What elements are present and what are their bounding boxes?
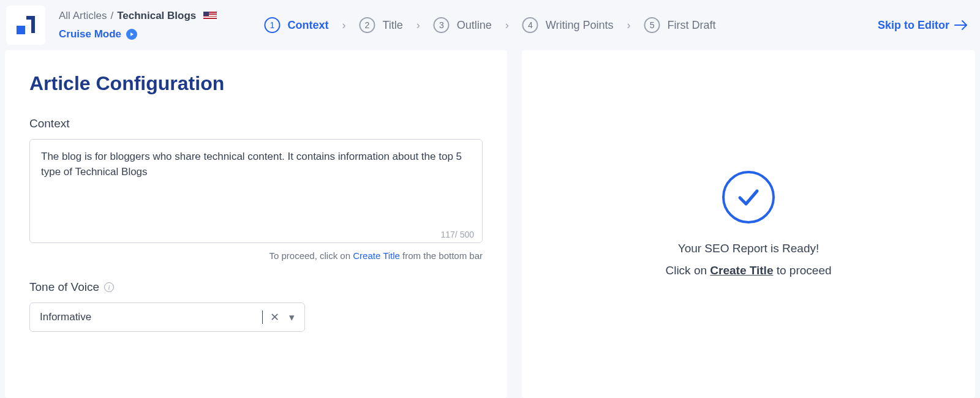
chevron-down-icon[interactable]: ▾ — [287, 311, 297, 324]
page-title: Article Configuration — [29, 72, 483, 95]
breadcrumb: All Articles / Technical Blogs — [59, 10, 217, 22]
stepper: 1 Context › 2 Title › 3 Outline › 4 Writ… — [264, 17, 715, 33]
create-title-link[interactable]: Create Title — [710, 264, 773, 277]
field-label-text: Tone of Voice — [29, 280, 99, 294]
article-config-panel: Article Configuration Context 117/ 500 T… — [5, 50, 507, 398]
cruise-mode-label: Cruise Mode — [59, 28, 121, 40]
seo-proceed-prefix: Click on — [665, 264, 710, 277]
seo-proceed-suffix: to proceed — [773, 264, 831, 277]
hint-link: Create Title — [353, 250, 400, 261]
tone-label: Tone of Voice i — [29, 280, 483, 294]
arrow-right-icon — [954, 20, 968, 31]
info-icon[interactable]: i — [104, 282, 114, 292]
skip-editor-label: Skip to Editor — [878, 19, 949, 32]
clear-icon[interactable]: ✕ — [268, 310, 282, 324]
context-label: Context — [29, 117, 483, 130]
tone-value: Informative — [40, 310, 263, 324]
app-logo[interactable] — [6, 6, 45, 45]
step-context[interactable]: 1 Context — [264, 17, 328, 33]
step-label: First Draft — [668, 19, 716, 32]
step-num: 3 — [434, 17, 450, 33]
header-left: All Articles / Technical Blogs Cruise Mo… — [59, 10, 217, 40]
check-circle-icon — [722, 171, 775, 223]
hint-suffix: from the bottom bar — [400, 250, 483, 261]
header: All Articles / Technical Blogs Cruise Mo… — [0, 0, 980, 50]
step-label: Outline — [457, 19, 492, 32]
step-writing-points[interactable]: 4 Writing Points — [522, 17, 614, 33]
field-label-text: Context — [29, 117, 69, 130]
chevron-right-icon: › — [417, 19, 420, 32]
step-title[interactable]: 2 Title — [359, 17, 402, 33]
context-hint: To proceed, click on Create Title from t… — [29, 250, 483, 261]
step-num: 5 — [644, 17, 660, 33]
logo-icon — [17, 16, 35, 34]
breadcrumb-sep: / — [110, 10, 113, 22]
char-count: 117/ 500 — [441, 230, 475, 239]
hint-prefix: To proceed, click on — [269, 250, 353, 261]
skip-to-editor-button[interactable]: Skip to Editor — [878, 19, 968, 32]
us-flag-icon — [203, 12, 217, 20]
seo-ready-text: Your SEO Report is Ready! — [678, 242, 820, 255]
play-icon — [126, 29, 137, 40]
main: Article Configuration Context 117/ 500 T… — [0, 50, 980, 398]
step-first-draft[interactable]: 5 First Draft — [644, 17, 716, 33]
chevron-right-icon: › — [505, 19, 509, 32]
step-num: 1 — [264, 17, 280, 33]
seo-proceed-text: Click on Create Title to proceed — [665, 264, 831, 277]
breadcrumb-root[interactable]: All Articles — [59, 10, 107, 22]
cruise-mode-button[interactable]: Cruise Mode — [59, 28, 217, 40]
breadcrumb-current[interactable]: Technical Blogs — [117, 10, 196, 22]
step-label: Title — [382, 19, 402, 32]
tone-of-voice-select[interactable]: Informative ✕ ▾ — [29, 302, 305, 332]
context-field-wrapper: 117/ 500 — [29, 139, 483, 246]
step-num: 2 — [359, 17, 375, 33]
step-num: 4 — [522, 17, 538, 33]
step-outline[interactable]: 3 Outline — [434, 17, 492, 33]
step-label: Context — [287, 19, 328, 32]
context-input[interactable] — [29, 139, 483, 243]
chevron-right-icon: › — [342, 19, 345, 32]
step-label: Writing Points — [546, 19, 614, 32]
seo-report-panel: Your SEO Report is Ready! Click on Creat… — [522, 50, 975, 398]
chevron-right-icon: › — [627, 19, 631, 32]
